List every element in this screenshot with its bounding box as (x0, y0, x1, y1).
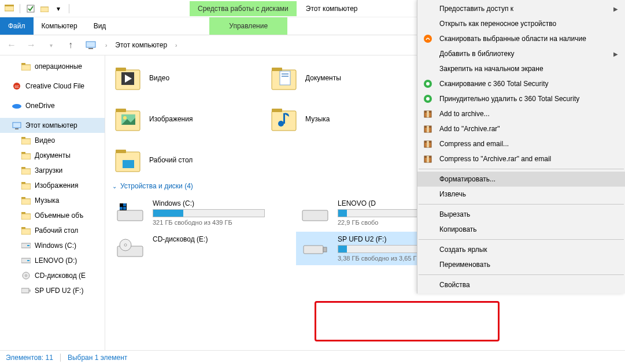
context-menu-item[interactable]: Создать ярлык (417, 242, 625, 257)
folder-item[interactable]: Рабочий стол (111, 141, 250, 179)
context-menu-item-label: Принудительно удалить с 360 Total Securi… (439, 95, 579, 103)
sidebar-item[interactable]: OneDrive (0, 98, 105, 113)
drive-item[interactable]: CD-дисковод (E:) (111, 232, 279, 265)
sidebar-item[interactable]: Объемные объ (0, 208, 105, 223)
context-menu-item[interactable]: Переименовать (417, 257, 625, 272)
sidebar-item[interactable]: SP UFD U2 (F:) (0, 283, 105, 298)
sidebar-item[interactable]: Рабочий стол (0, 223, 105, 238)
svg-rect-81 (427, 111, 429, 117)
context-menu-item[interactable]: Открыть как переносное устройство (417, 16, 625, 31)
context-menu-item[interactable]: Add to "Archive.rar" (417, 121, 625, 136)
context-menu-item-label: Add to "Archive.rar" (439, 125, 500, 133)
svg-rect-73 (323, 247, 327, 252)
sidebar-item[interactable]: Документы (0, 148, 105, 163)
explorer-app-icon (3, 3, 15, 14)
breadcrumb-separator-icon[interactable]: › (175, 42, 177, 49)
folder-item[interactable]: Изображения (111, 100, 250, 138)
sidebar-item-label: LENOVO (D:) (35, 257, 77, 265)
sidebar-item[interactable]: Музыка (0, 193, 105, 208)
folder-large-icon (269, 64, 298, 92)
context-menu-item-label: Создать ярлык (439, 246, 487, 254)
svg-rect-72 (304, 246, 323, 254)
qat-properties-icon[interactable] (25, 3, 36, 14)
avast-icon (422, 33, 434, 44)
sidebar-item[interactable]: Загрузки (0, 163, 105, 178)
context-menu-item[interactable]: Копировать (417, 222, 625, 237)
context-menu-item[interactable]: Вырезать (417, 207, 625, 222)
navigation-sidebar: операционныеccCreative Cloud FileOneDriv… (0, 55, 105, 350)
folder-large-icon (269, 105, 298, 133)
context-menu-item-label: Свойства (439, 281, 470, 289)
tab-view[interactable]: Вид (86, 17, 114, 35)
nav-history-dropdown-icon[interactable]: ▾ (45, 39, 57, 51)
context-menu-item[interactable]: Добавить в библиотеку▶ (417, 46, 625, 61)
folder-icon (21, 195, 31, 206)
svg-rect-36 (116, 68, 126, 71)
sidebar-item[interactable]: операционные (0, 59, 105, 74)
folder-item[interactable]: Документы (267, 59, 406, 96)
submenu-arrow-icon: ▶ (613, 51, 618, 57)
status-selection-count: Выбран 1 элемент (68, 354, 127, 362)
svg-rect-67 (123, 207, 126, 210)
folder-item-label: Видео (149, 74, 169, 82)
sidebar-item-label: Creative Cloud File (25, 82, 84, 90)
context-menu-item[interactable]: Compress and email... (417, 136, 625, 151)
context-menu-item-label: Закрепить на начальном экране (439, 65, 543, 73)
context-menu-item[interactable]: Сканирование с 360 Total Security (417, 76, 625, 91)
sidebar-item[interactable]: Изображения (0, 178, 105, 193)
context-menu-item[interactable]: Принудительно удалить с 360 Total Securi… (417, 91, 625, 106)
rar-icon (422, 138, 434, 150)
blank-icon (422, 48, 434, 60)
context-menu-item[interactable]: Предоставить доступ к▶ (417, 1, 625, 16)
context-menu-item[interactable]: Закрепить на начальном экране (417, 61, 625, 76)
context-menu-item-label: Compress and email... (439, 140, 509, 148)
sidebar-item-label: CD-дисковод (E (35, 272, 86, 280)
svg-rect-24 (21, 212, 25, 214)
sidebar-item[interactable]: Этот компьютер (0, 118, 105, 133)
folder-item[interactable]: Музыка (267, 100, 406, 138)
folder-item-label: Изображения (149, 115, 193, 123)
folder-large-icon (113, 146, 142, 174)
sidebar-item[interactable]: Видео (0, 133, 105, 148)
folder-item[interactable]: Видео (111, 59, 250, 96)
svg-rect-54 (283, 113, 285, 124)
folder-item-label: Документы (305, 74, 341, 82)
breadcrumb-separator-icon[interactable]: › (105, 42, 107, 49)
qat-dropdown-icon[interactable]: ▾ (53, 3, 64, 14)
context-menu-item-label: Сканировать выбранные области на наличие (439, 35, 586, 43)
sidebar-item[interactable]: Windows (C:) (0, 238, 105, 253)
breadcrumb-this-pc-icon[interactable] (84, 39, 97, 51)
sidebar-item-label: Изображения (35, 181, 78, 190)
tab-manage[interactable]: Управление (209, 17, 287, 35)
svg-rect-28 (27, 245, 29, 246)
context-menu-item[interactable]: Извлечь (417, 187, 625, 202)
nav-up-icon[interactable]: ↑ (65, 39, 76, 51)
breadcrumb-location[interactable]: Этот компьютер (115, 41, 167, 49)
svg-point-71 (124, 244, 127, 246)
sidebar-item[interactable]: CD-дисковод (E (0, 268, 105, 283)
nav-forward-icon[interactable]: → (25, 39, 37, 51)
folder-icon (21, 165, 31, 176)
drive-item[interactable]: Windows (C:)321 ГБ свободно из 439 ГБ (111, 196, 279, 229)
context-menu-separator (419, 169, 624, 169)
context-menu-item[interactable]: Compress to "Archive.rar" and email (417, 151, 625, 166)
context-menu-item[interactable]: Форматировать... (417, 172, 625, 187)
drive-name: Windows (C:) (153, 199, 265, 207)
sidebar-item[interactable]: LENOVO (D:) (0, 253, 105, 268)
sidebar-item-label: OneDrive (25, 102, 55, 110)
drive-icon (116, 237, 145, 260)
context-menu-item[interactable]: Свойства (417, 277, 625, 292)
nav-back-icon[interactable]: ← (6, 39, 17, 51)
rar-icon (422, 123, 434, 135)
svg-point-32 (25, 275, 27, 277)
svg-rect-14 (21, 137, 25, 139)
folder-item-label: Музыка (305, 115, 330, 123)
context-menu-item[interactable]: Сканировать выбранные области на наличие (417, 31, 625, 46)
svg-rect-47 (116, 109, 126, 112)
tab-file[interactable]: Файл (0, 17, 34, 35)
qat-newfolder-icon[interactable] (39, 3, 50, 14)
folder-icon (21, 225, 31, 236)
context-menu-item[interactable]: Add to archive... (417, 106, 625, 121)
tab-computer[interactable]: Компьютер (34, 17, 86, 35)
sidebar-item[interactable]: ccCreative Cloud File (0, 79, 105, 94)
